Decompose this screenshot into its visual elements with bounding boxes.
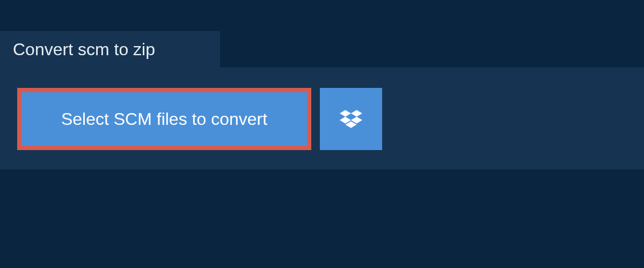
dropbox-button[interactable] [320, 88, 382, 150]
tab-header: Convert scm to zip [0, 31, 220, 68]
dropbox-icon [340, 108, 362, 130]
select-files-label: Select SCM files to convert [61, 109, 267, 129]
select-files-button[interactable]: Select SCM files to convert [17, 88, 311, 150]
upload-panel: Select SCM files to convert [0, 68, 644, 169]
tab-title: Convert scm to zip [13, 40, 155, 59]
